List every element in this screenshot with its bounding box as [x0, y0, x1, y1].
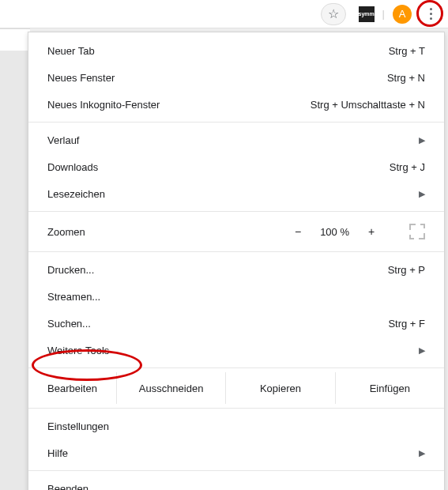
menu-item-downloads[interactable]: Downloads Strg + J [28, 153, 444, 180]
menu-item-more-tools[interactable]: Weitere Tools ▶ [28, 337, 444, 364]
menu-label: Weitere Tools [47, 345, 109, 356]
menu-separator [28, 251, 444, 252]
menu-item-new-incognito[interactable]: Neues Inkognito-Fenster Strg + Umschaltt… [28, 91, 444, 118]
menu-label: Neues Inkognito-Fenster [47, 99, 160, 111]
menu-label: Streamen... [47, 291, 100, 303]
menu-label: Lesezeichen [47, 188, 105, 200]
menu-item-new-window[interactable]: Neues Fenster Strg + N [28, 64, 444, 91]
menu-label: Neues Fenster [47, 72, 115, 84]
menu-label: Downloads [47, 161, 98, 173]
menu-item-cast[interactable]: Streamen... [28, 283, 444, 310]
zoom-out-button[interactable]: − [290, 225, 306, 238]
browser-toolbar: ☆ symm | A [0, 0, 448, 28]
chevron-right-icon: ▶ [419, 448, 425, 458]
zoom-in-button[interactable]: + [363, 225, 379, 238]
chevron-right-icon: ▶ [419, 189, 425, 199]
menu-item-help[interactable]: Hilfe ▶ [28, 439, 444, 466]
menu-separator [28, 408, 444, 409]
menu-item-bookmarks[interactable]: Lesezeichen ▶ [28, 180, 444, 207]
avatar[interactable]: A [393, 5, 412, 24]
menu-label: Beenden [47, 483, 88, 491]
menu-shortcut: Strg + N [387, 72, 425, 84]
menu-label: Suchen... [47, 318, 91, 330]
menu-item-print[interactable]: Drucken... Strg + P [28, 256, 444, 283]
fullscreen-button[interactable] [409, 224, 425, 239]
edit-copy-button[interactable]: Kopieren [225, 372, 334, 404]
edit-paste-button[interactable]: Einfügen [335, 372, 444, 404]
menu-label: Drucken... [47, 264, 94, 276]
kebab-icon [430, 8, 432, 20]
menu-shortcut: Strg + P [388, 264, 425, 276]
menu-separator [28, 211, 444, 212]
menu-item-edit: Bearbeiten Ausschneiden Kopieren Einfüge… [28, 372, 444, 404]
chevron-right-icon: ▶ [419, 135, 425, 145]
menu-shortcut: Strg + Umschalttaste + N [311, 99, 425, 111]
menu-item-history[interactable]: Verlauf ▶ [28, 126, 444, 153]
menu-button[interactable] [420, 3, 442, 25]
menu-separator [28, 368, 444, 368]
menu-item-settings[interactable]: Einstellungen [28, 413, 444, 439]
menu-item-zoom: Zoomen − 100 % + [28, 216, 444, 247]
menu-label: Bearbeiten [28, 372, 116, 404]
menu-label: Verlauf [47, 134, 79, 146]
menu-label: Einstellungen [47, 420, 109, 432]
menu-shortcut: Strg + T [389, 45, 425, 57]
menu-shortcut: Strg + J [390, 161, 425, 173]
main-menu: Neuer Tab Strg + T Neues Fenster Strg + … [28, 32, 445, 490]
menu-label: Hilfe [47, 447, 68, 459]
star-icon: ☆ [328, 6, 339, 21]
menu-item-exit[interactable]: Beenden [28, 475, 444, 490]
menu-separator [28, 122, 444, 122]
toolbar-separator: | [382, 8, 385, 20]
menu-item-new-tab[interactable]: Neuer Tab Strg + T [28, 37, 444, 64]
bookmark-star-button[interactable]: ☆ [321, 3, 346, 25]
menu-label: Zoomen [47, 226, 290, 238]
chevron-right-icon: ▶ [419, 345, 425, 356]
edit-cut-button[interactable]: Ausschneiden [116, 372, 225, 404]
menu-label: Neuer Tab [47, 45, 95, 57]
menu-item-find[interactable]: Suchen... Strg + F [28, 310, 444, 337]
zoom-level: 100 % [320, 226, 349, 238]
page-background [0, 51, 30, 490]
extension-badge[interactable]: symm [359, 6, 375, 22]
menu-shortcut: Strg + F [388, 318, 425, 330]
menu-separator [28, 470, 444, 471]
